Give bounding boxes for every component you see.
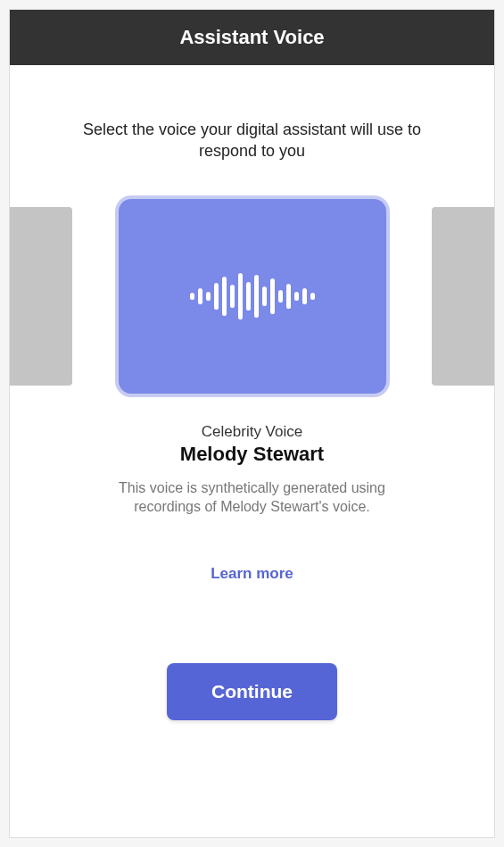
waveform-icon xyxy=(190,273,315,320)
page-title: Assistant Voice xyxy=(179,26,324,48)
header-bar: Assistant Voice xyxy=(10,10,494,65)
next-voice-card[interactable] xyxy=(432,207,494,386)
screen: Assistant Voice Select the voice your di… xyxy=(9,9,495,838)
voice-carousel xyxy=(10,198,494,394)
voice-description: This voice is synthetically generated us… xyxy=(87,478,417,517)
continue-button[interactable]: Continue xyxy=(167,663,337,720)
learn-more-link[interactable]: Learn more xyxy=(211,565,293,583)
voice-category: Celebrity Voice xyxy=(87,423,417,441)
instruction-text: Select the voice your digital assistant … xyxy=(83,119,422,162)
content-area: Select the voice your digital assistant … xyxy=(10,65,494,837)
selected-voice-card[interactable] xyxy=(119,199,386,394)
prev-voice-card[interactable] xyxy=(10,207,72,386)
voice-name: Melody Stewart xyxy=(87,443,417,466)
voice-info: Celebrity Voice Melody Stewart This voic… xyxy=(87,423,417,517)
